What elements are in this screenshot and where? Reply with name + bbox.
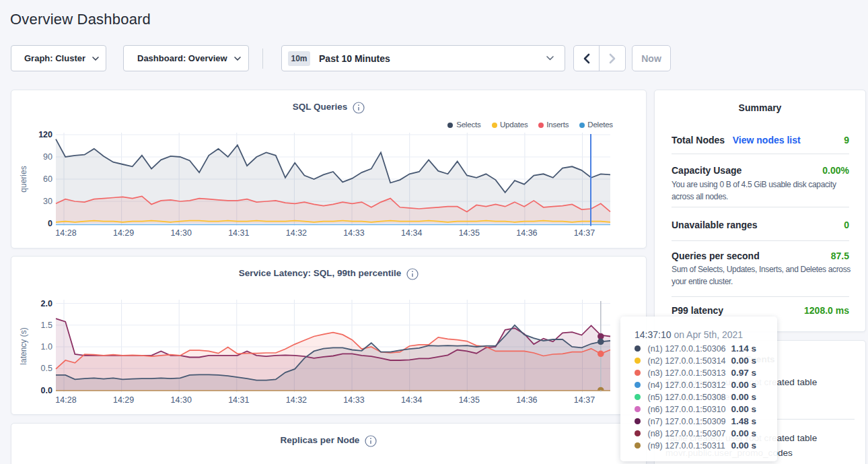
- svg-text:14:31: 14:31: [228, 395, 249, 405]
- svg-text:14:31: 14:31: [228, 228, 249, 238]
- svg-text:14:37: 14:37: [574, 395, 595, 405]
- svg-text:1.0: 1.0: [41, 342, 52, 352]
- svg-text:14:37: 14:37: [574, 228, 595, 238]
- svg-text:14:32: 14:32: [286, 228, 307, 238]
- svg-text:2.0: 2.0: [41, 299, 52, 308]
- svg-text:14:30: 14:30: [171, 395, 192, 405]
- svg-text:14:29: 14:29: [113, 395, 134, 405]
- svg-text:14:29: 14:29: [113, 228, 134, 238]
- svg-text:90: 90: [43, 152, 52, 162]
- svg-text:0.0: 0.0: [41, 386, 52, 395]
- svg-text:latency (s): latency (s): [19, 327, 28, 364]
- svg-text:14:36: 14:36: [516, 395, 537, 405]
- svg-text:14:33: 14:33: [343, 395, 364, 405]
- svg-text:0.5: 0.5: [41, 364, 52, 373]
- svg-text:14:33: 14:33: [343, 228, 364, 238]
- svg-text:14:34: 14:34: [401, 395, 422, 405]
- svg-text:14:28: 14:28: [55, 228, 76, 238]
- svg-text:1.5: 1.5: [41, 321, 52, 330]
- svg-text:14:32: 14:32: [286, 395, 307, 405]
- svg-text:14:35: 14:35: [459, 228, 480, 238]
- svg-text:14:36: 14:36: [516, 228, 537, 238]
- svg-text:0: 0: [48, 219, 52, 228]
- svg-text:14:35: 14:35: [459, 395, 480, 405]
- svg-text:60: 60: [43, 174, 52, 184]
- svg-text:14:34: 14:34: [401, 228, 422, 238]
- svg-text:120: 120: [38, 130, 52, 139]
- svg-text:14:30: 14:30: [171, 228, 192, 238]
- svg-text:30: 30: [43, 197, 52, 206]
- svg-text:14:28: 14:28: [55, 395, 76, 405]
- svg-text:queries: queries: [19, 166, 28, 192]
